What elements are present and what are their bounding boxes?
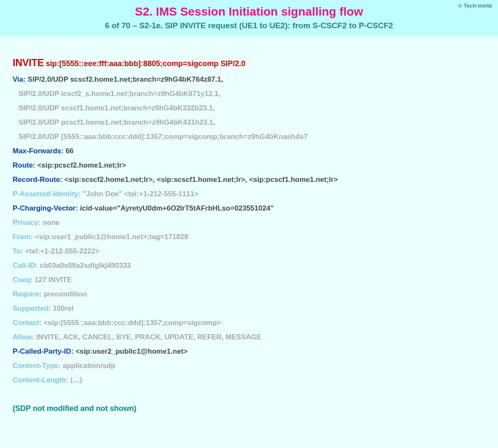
copyright-label: © Tech-invite xyxy=(458,3,492,9)
via-label: Via xyxy=(13,75,23,83)
header-label: To xyxy=(13,247,21,255)
header-label: P-Called-Party-ID xyxy=(13,347,71,355)
request-line: INVITE sip:[5555::eee:fff:aaa:bbb]:8805;… xyxy=(13,53,485,72)
header-label: Supported xyxy=(13,304,48,312)
header-value: 66 xyxy=(66,147,74,155)
sip-method: INVITE xyxy=(13,57,44,68)
header-line: From: <sip:user1_public1@home1.net>;tag=… xyxy=(13,230,485,244)
header-label: Allow xyxy=(13,333,32,341)
header-label: Require xyxy=(13,290,39,298)
header-line: Content-Length: (…) xyxy=(13,373,485,387)
header-value: 100rel xyxy=(53,304,73,312)
header-label: Content-Type xyxy=(13,362,58,370)
header-line: Max-Forwards: 66 xyxy=(13,144,485,158)
header-label: P-Charging-Vector xyxy=(13,204,75,212)
via-value-1: SIP/2.0/UDP icscf2_s.home1.net;branch=z9… xyxy=(13,87,485,101)
header-value: <tel:+1-212-555-2222> xyxy=(25,247,99,255)
header-value: 127 INVITE xyxy=(35,276,72,284)
header-label: Contact xyxy=(13,319,39,327)
page-subtitle: 6 of 70 – S2-1e. SIP INVITE request (UE1… xyxy=(8,21,490,30)
header-label: Content-Length xyxy=(13,376,66,384)
via-value-4: SIP/2.0/UDP [5555::aaa:bbb:ccc:ddd]:1357… xyxy=(13,130,485,144)
header-line: Route: <sip:pcscf2.home1.net;lr> xyxy=(13,158,485,173)
header-line: P-Called-Party-ID: <sip:user2_public1@ho… xyxy=(13,344,485,359)
header-line: P-Charging-Vector: icid-value="AyretyU0d… xyxy=(13,201,485,216)
header-value: cb03a0s09a2sdfglkj490333 xyxy=(40,261,131,269)
header-line: Require: precondition xyxy=(13,287,485,301)
header-line: Contact: <sip:[5555::aaa:bbb:ccc:ddd]:13… xyxy=(13,316,485,330)
header-line: Call-ID: cb03a0s09a2sdfglkj490333 xyxy=(13,259,485,273)
header-label: Record-Route xyxy=(13,176,60,184)
sdp-footnote: (SDP not modified and not shown) xyxy=(13,401,485,416)
header-value: icid-value="AyretyU0dm+6O2IrT5tAFrbHLso=… xyxy=(80,204,274,212)
header-line: Record-Route: <sip:scscf2.home1.net;lr>,… xyxy=(13,173,485,187)
header-value: application/sdp xyxy=(63,362,115,370)
header-label: Max-Forwards xyxy=(13,147,61,155)
header-line: Content-Type: application/sdp xyxy=(13,359,485,373)
header-line: P-Asserted-Identity: "John Doe" <tel:+1-… xyxy=(13,187,485,201)
via-value-0: SIP/2.0/UDP scscf2.home1.net;branch=z9hG… xyxy=(28,75,223,83)
header-line: To: <tel:+1-212-555-2222> xyxy=(13,244,485,259)
header-value: <sip:pcscf2.home1.net;lr> xyxy=(37,161,126,169)
header-value: (…) xyxy=(70,376,82,384)
header-value: <sip:user1_public1@home1.net>;tag=171828 xyxy=(35,233,188,241)
header-label: P-Asserted-Identity xyxy=(13,190,78,198)
header-label: Cseq xyxy=(13,276,30,284)
header-value: <sip:scscf2.home1.net;lr>, <sip:scscf1.h… xyxy=(64,176,338,184)
sip-request-uri: sip:[5555::eee:fff:aaa:bbb]:8805;comp=si… xyxy=(46,59,246,68)
header-value: precondition xyxy=(44,290,87,298)
sip-message-content: INVITE sip:[5555::eee:fff:aaa:bbb]:8805;… xyxy=(0,36,498,448)
header-value: <sip:[5555::aaa:bbb:ccc:ddd]:1357;comp=s… xyxy=(44,319,221,327)
via-value-3: SIP/2.0/UDP pcscf1.home1.net;branch=z9hG… xyxy=(13,115,485,130)
header-value: INVITE, ACK, CANCEL, BYE, PRACK, UPDATE,… xyxy=(36,333,262,341)
page-title: S2. IMS Session Initiation signalling fl… xyxy=(8,5,490,19)
via-header-line: Via: SIP/2.0/UDP scscf2.home1.net;branch… xyxy=(13,72,485,87)
via-value-2: SIP/2.0/UDP scscf1.home1.net;branch=z9hG… xyxy=(13,101,485,115)
header-value: "John Doe" <tel:+1-212-555-1111> xyxy=(83,190,198,198)
header-label: Call-ID xyxy=(13,261,35,269)
header-value: none xyxy=(43,219,60,227)
header-line: Privacy: none xyxy=(13,216,485,230)
header-value: <sip:user2_public1@home1.net> xyxy=(75,347,187,355)
header-label: From xyxy=(13,233,31,241)
header-label: Privacy xyxy=(13,219,38,227)
header-label: Route xyxy=(13,161,33,169)
banner: © Tech-invite S2. IMS Session Initiation… xyxy=(0,0,498,36)
header-line: Supported: 100rel xyxy=(13,301,485,316)
header-line: Cseq: 127 INVITE xyxy=(13,273,485,287)
header-line: Allow: INVITE, ACK, CANCEL, BYE, PRACK, … xyxy=(13,330,485,344)
